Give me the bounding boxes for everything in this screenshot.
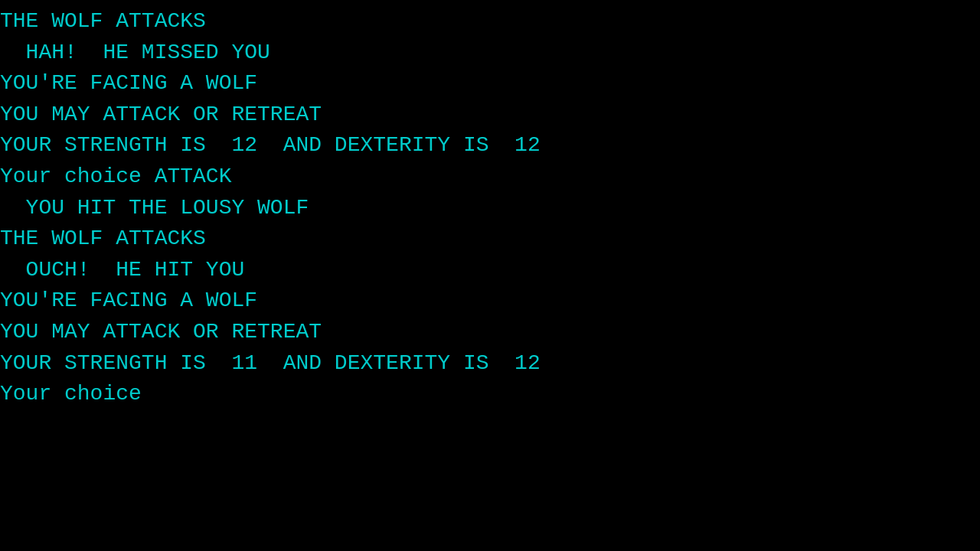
terminal-line-line19: YOU MAY ATTACK OR RETREAT — [0, 317, 980, 348]
terminal-line-line17: YOU'RE FACING A WOLF — [0, 285, 980, 317]
terminal-line-line10: Your choice ATTACK — [0, 161, 980, 193]
terminal-output: THE WOLF ATTACKS HAH! HE MISSED YOUYOU'R… — [0, 6, 980, 410]
terminal-line-line1: THE WOLF ATTACKS — [0, 6, 980, 37]
terminal-line-line23: Your choice — [0, 379, 980, 410]
terminal-line-line4: YOU'RE FACING A WOLF — [0, 68, 980, 99]
terminal-line-line14: THE WOLF ATTACKS — [0, 223, 980, 255]
terminal-line-line16: OUCH! HE HIT YOU — [0, 255, 980, 286]
terminal-line-line12: YOU HIT THE LOUSY WOLF — [0, 193, 980, 224]
terminal-line-line8: YOUR STRENGTH IS 12 AND DEXTERITY IS 12 — [0, 130, 980, 161]
terminal-line-line6: YOU MAY ATTACK OR RETREAT — [0, 99, 980, 131]
terminal-line-line3: HAH! HE MISSED YOU — [0, 37, 980, 69]
terminal-line-line21: YOUR STRENGTH IS 11 AND DEXTERITY IS 12 — [0, 348, 980, 380]
